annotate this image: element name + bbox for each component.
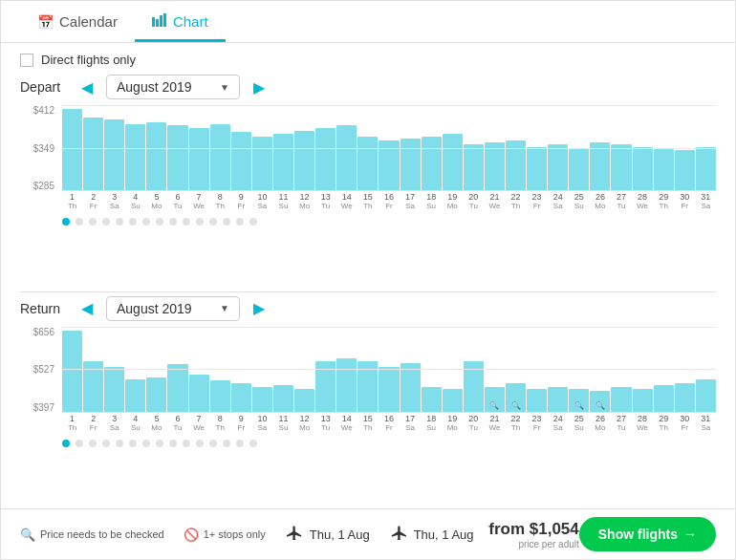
- bar-15[interactable]: [357, 137, 378, 190]
- bar-6[interactable]: [167, 125, 187, 190]
- bar-19[interactable]: [443, 134, 463, 190]
- depart-prev-btn[interactable]: ◀: [77, 76, 97, 98]
- dot-13[interactable]: [223, 218, 230, 226]
- dot-11[interactable]: [196, 440, 204, 447]
- bar-20[interactable]: [464, 361, 484, 412]
- bar-10[interactable]: [252, 137, 272, 190]
- bar-26[interactable]: 🔍: [590, 391, 610, 411]
- dot-8[interactable]: [156, 440, 163, 447]
- bar-25[interactable]: [569, 149, 589, 190]
- bar-20[interactable]: [464, 144, 484, 190]
- dot-2[interactable]: [76, 440, 83, 447]
- dot-14[interactable]: [236, 440, 244, 447]
- dot-5[interactable]: [116, 218, 123, 226]
- dot-9[interactable]: [169, 440, 177, 447]
- bar-18[interactable]: [422, 137, 442, 190]
- bar-4[interactable]: [125, 124, 145, 190]
- depart-next-btn[interactable]: ▶: [249, 76, 269, 98]
- bar-7[interactable]: [189, 375, 209, 411]
- bar-8[interactable]: [210, 124, 230, 190]
- dot-15[interactable]: [249, 218, 257, 226]
- bar-29[interactable]: [654, 385, 674, 411]
- bar-3[interactable]: [104, 367, 124, 412]
- bar-12[interactable]: [294, 389, 314, 412]
- direct-flights-checkbox[interactable]: [20, 54, 33, 67]
- bar-9[interactable]: [231, 383, 251, 412]
- bar-18[interactable]: [422, 387, 442, 412]
- bar-27[interactable]: [611, 144, 631, 190]
- bar-30[interactable]: [675, 150, 695, 190]
- dot-7[interactable]: [142, 440, 150, 447]
- return-prev-btn[interactable]: ◀: [77, 297, 97, 319]
- bar-23[interactable]: [527, 147, 547, 190]
- dot-11[interactable]: [196, 218, 204, 226]
- bar-23[interactable]: [527, 389, 547, 412]
- bar-26[interactable]: [590, 142, 610, 190]
- bar-27[interactable]: [611, 387, 631, 412]
- dot-13[interactable]: [223, 440, 230, 447]
- dot-3[interactable]: [89, 218, 97, 226]
- bar-11[interactable]: [273, 134, 293, 190]
- dot-12[interactable]: [209, 440, 217, 447]
- bar-29[interactable]: [654, 149, 674, 190]
- dot-10[interactable]: [183, 440, 190, 447]
- dot-2[interactable]: [76, 218, 83, 226]
- dot-15[interactable]: [249, 440, 257, 447]
- tab-chart[interactable]: Chart: [135, 4, 226, 42]
- dot-9[interactable]: [169, 218, 177, 226]
- bar-4[interactable]: [125, 379, 145, 412]
- bar-8[interactable]: [210, 380, 230, 411]
- return-month-select[interactable]: August 2019 ▼: [106, 296, 240, 321]
- bar-28[interactable]: [633, 147, 653, 190]
- bar-21[interactable]: [485, 142, 505, 190]
- dot-4[interactable]: [102, 440, 110, 447]
- bar-19[interactable]: [443, 389, 463, 412]
- dot-8[interactable]: [156, 218, 163, 226]
- bar-2[interactable]: [83, 361, 103, 412]
- bar-31[interactable]: [696, 379, 716, 412]
- bar-15[interactable]: [357, 361, 378, 412]
- bar-16[interactable]: [379, 367, 399, 412]
- dot-6[interactable]: [129, 440, 137, 447]
- bar-25[interactable]: 🔍: [569, 389, 589, 412]
- bar-2[interactable]: [83, 118, 103, 190]
- bar-3[interactable]: [104, 119, 124, 190]
- bar-16[interactable]: [379, 140, 399, 190]
- dot-6[interactable]: [129, 218, 137, 226]
- bar-31[interactable]: [696, 147, 716, 190]
- bar-14[interactable]: [336, 125, 357, 190]
- bar-12[interactable]: [294, 131, 314, 190]
- dot-1[interactable]: [62, 218, 70, 226]
- bar-30[interactable]: [675, 383, 695, 412]
- bar-9[interactable]: [231, 132, 251, 190]
- return-next-btn[interactable]: ▶: [249, 297, 269, 319]
- bar-6[interactable]: [167, 364, 187, 411]
- bar-24[interactable]: [548, 144, 568, 190]
- depart-month-select[interactable]: August 2019 ▼: [106, 75, 240, 99]
- bar-21[interactable]: 🔍: [485, 387, 505, 412]
- show-flights-button[interactable]: Show flights →: [579, 517, 716, 551]
- bar-28[interactable]: [633, 389, 653, 412]
- bar-13[interactable]: [315, 361, 336, 412]
- dot-1[interactable]: [62, 440, 70, 447]
- bar-7[interactable]: [189, 128, 209, 190]
- bar-1[interactable]: [62, 109, 82, 190]
- bar-1[interactable]: [62, 331, 82, 412]
- bar-17[interactable]: [400, 139, 421, 190]
- bar-5[interactable]: [146, 377, 166, 412]
- dot-7[interactable]: [142, 218, 150, 226]
- bar-10[interactable]: [252, 387, 272, 412]
- bar-24[interactable]: [548, 387, 568, 412]
- bar-14[interactable]: [336, 358, 357, 411]
- dot-5[interactable]: [116, 440, 123, 447]
- dot-12[interactable]: [209, 218, 217, 226]
- bar-5[interactable]: [146, 122, 166, 190]
- bar-22[interactable]: 🔍: [506, 383, 526, 412]
- dot-14[interactable]: [236, 218, 244, 226]
- bar-22[interactable]: [506, 140, 526, 190]
- tab-calendar[interactable]: 📅 Calendar: [20, 4, 135, 42]
- dot-10[interactable]: [183, 218, 190, 226]
- bar-13[interactable]: [315, 128, 336, 190]
- bar-17[interactable]: [400, 363, 421, 412]
- dot-4[interactable]: [102, 218, 110, 226]
